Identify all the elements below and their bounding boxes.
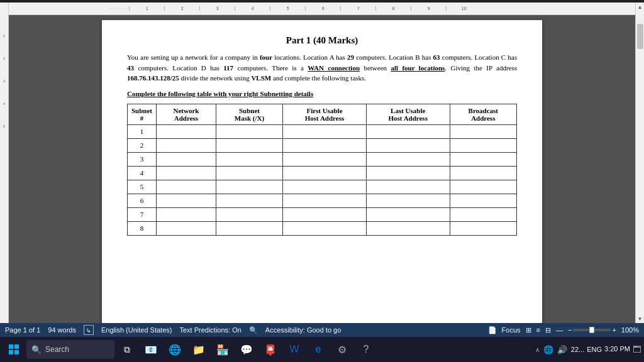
time-display: 3:20 PM bbox=[604, 344, 630, 354]
col-header-last: Last UsableHost Address bbox=[366, 104, 450, 124]
scroll-up-arrow[interactable]: ▲ bbox=[636, 3, 645, 11]
taskbar-app-teams[interactable]: 💬 bbox=[235, 338, 258, 361]
document-page[interactable]: Part 1 (40 Marks) You are setting up a n… bbox=[102, 20, 542, 323]
col-header-first: First UsableHost Address bbox=[283, 104, 367, 124]
doc-title: Part 1 (40 Marks) bbox=[127, 35, 517, 46]
taskbar-app-outlook[interactable]: 📮 bbox=[259, 338, 282, 361]
svg-rect-2 bbox=[9, 350, 13, 354]
main-area: 1 2 3 4 5 · · · · · · · · 1 2 3 4 5 6 7 … bbox=[0, 3, 644, 323]
table-row: 1 bbox=[128, 124, 517, 138]
zoom-level: 100% bbox=[621, 326, 639, 334]
taskbar-app-mail[interactable]: 📧 bbox=[140, 338, 162, 361]
status-bar: Page 1 of 1 94 words ↳ English (United S… bbox=[0, 323, 644, 337]
word-count: 94 words bbox=[48, 326, 76, 334]
accessibility-icon: 🔍 bbox=[249, 326, 258, 334]
table-row: 5 bbox=[128, 180, 517, 194]
svg-rect-3 bbox=[14, 350, 19, 354]
col-header-network: NetworkAddress bbox=[157, 104, 216, 124]
scroll-down-arrow[interactable]: ▼ bbox=[636, 314, 645, 323]
subnet-table: Subnet# NetworkAddress SubnetMask (/X) F… bbox=[127, 104, 517, 236]
zoom-separator: — bbox=[556, 326, 563, 334]
zoom-minus[interactable]: − bbox=[568, 326, 572, 334]
doc-area[interactable]: · · · · · · · · 1 2 3 4 5 6 7 8 9 10 Par… bbox=[9, 3, 635, 323]
table-row: 6 bbox=[128, 194, 517, 207]
zoom-handle[interactable] bbox=[589, 327, 594, 333]
scrollbar-thumb[interactable] bbox=[637, 24, 643, 49]
taskbar-app-settings[interactable]: ⚙ bbox=[331, 338, 353, 361]
table-row: 7 bbox=[128, 207, 517, 221]
zoom-controls: − + bbox=[568, 326, 616, 334]
taskbar-time: 3:20 PM bbox=[604, 344, 630, 354]
taskbar-app-store[interactable]: 🏪 bbox=[211, 338, 234, 361]
start-button[interactable] bbox=[3, 338, 25, 361]
col-header-broadcast: BroadcastAddress bbox=[450, 104, 516, 124]
col-header-subnet: Subnet# bbox=[128, 104, 157, 124]
battery-text: 22... bbox=[571, 346, 584, 353]
chevron-up-icon[interactable]: ∧ bbox=[535, 346, 540, 353]
taskbar-app-word[interactable]: W bbox=[283, 338, 306, 361]
track-changes-icon: ↳ bbox=[84, 325, 94, 335]
table-row: 2 bbox=[128, 138, 517, 152]
notifications-icon[interactable]: 🗔 bbox=[633, 344, 641, 354]
clock-area[interactable]: ENG 3:20 PM bbox=[587, 344, 630, 354]
status-right: 📄 Focus ⊞ ≡ ⊟ — − + 100% bbox=[488, 326, 639, 334]
doc-paragraph: You are setting up a network for a compa… bbox=[127, 52, 517, 84]
text-predictions-status: Text Predictions: On bbox=[179, 326, 241, 334]
network-icon[interactable]: 🌐 bbox=[543, 345, 553, 354]
table-row: 4 bbox=[128, 166, 517, 180]
volume-icon[interactable]: 🔊 bbox=[557, 345, 567, 354]
table-row: 8 bbox=[128, 221, 517, 235]
doc-subheading: Complete the following table with your r… bbox=[127, 90, 517, 97]
layout-icon-2: ≡ bbox=[536, 326, 540, 334]
svg-rect-1 bbox=[14, 344, 19, 349]
zoom-plus[interactable]: + bbox=[612, 326, 616, 334]
taskbar-app-folder[interactable]: 📁 bbox=[187, 338, 210, 361]
search-text: Search bbox=[45, 345, 69, 354]
lang-label: ENG bbox=[587, 346, 602, 353]
table-row: 3 bbox=[128, 152, 517, 166]
focus-button[interactable]: Focus bbox=[502, 326, 521, 334]
taskbar-search[interactable]: 🔍 Search bbox=[26, 340, 114, 359]
sys-tray-icons: ∧ 🌐 🔊 22... bbox=[535, 345, 584, 354]
taskbar-app-help[interactable]: ? bbox=[355, 338, 377, 361]
task-view-button[interactable]: ⧉ bbox=[116, 338, 138, 361]
ruler-top: · · · · · · · · 1 2 3 4 5 6 7 8 9 10 bbox=[9, 3, 635, 15]
taskbar: 🔍 Search ⧉ 📧 🌐 📁 🏪 💬 📮 W e ⚙ ? ∧ 🌐 🔊 22.… bbox=[0, 337, 644, 362]
accessibility-status: Accessibility: Good to go bbox=[265, 326, 341, 334]
page-info: Page 1 of 1 bbox=[5, 326, 40, 334]
document-icon: 📄 bbox=[488, 326, 497, 334]
zoom-slider[interactable] bbox=[573, 329, 611, 331]
ruler-left: 1 2 3 4 5 bbox=[0, 3, 9, 323]
taskbar-app-edge[interactable]: e bbox=[307, 338, 330, 361]
taskbar-app-chrome[interactable]: 🌐 bbox=[164, 338, 186, 361]
col-header-mask: SubnetMask (/X) bbox=[216, 104, 282, 124]
taskbar-apps: 📧 🌐 📁 🏪 💬 📮 W e ⚙ ? bbox=[140, 338, 534, 361]
layout-icon-1: ⊞ bbox=[526, 326, 531, 334]
language-status: English (United States) bbox=[101, 326, 172, 334]
search-icon: 🔍 bbox=[31, 345, 42, 354]
svg-rect-0 bbox=[9, 344, 13, 349]
scrollbar-right[interactable]: ▲ ▼ bbox=[635, 3, 644, 323]
layout-icon-3: ⊟ bbox=[545, 326, 551, 334]
taskbar-right: ∧ 🌐 🔊 22... ENG 3:20 PM 🗔 bbox=[535, 344, 641, 354]
